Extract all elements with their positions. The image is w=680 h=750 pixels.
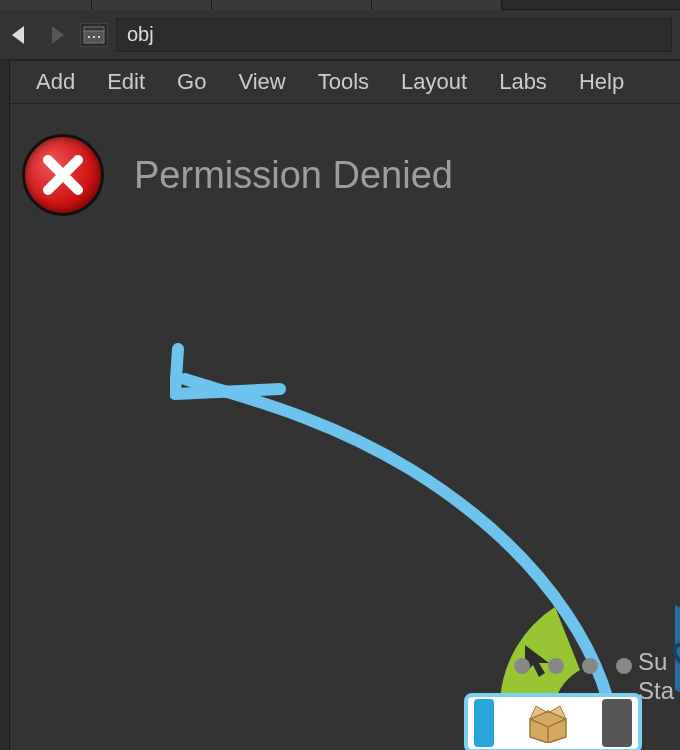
node-flag bbox=[474, 699, 494, 747]
tab[interactable] bbox=[92, 0, 212, 10]
menu-edit[interactable]: Edit bbox=[93, 63, 159, 101]
package-icon bbox=[526, 703, 570, 743]
tab-bar bbox=[0, 0, 680, 10]
menu-add[interactable]: Add bbox=[22, 63, 89, 101]
nav-bar: obj bbox=[0, 10, 680, 60]
svg-point-2 bbox=[88, 36, 90, 38]
menu-go[interactable]: Go bbox=[163, 63, 220, 101]
menu-view[interactable]: View bbox=[224, 63, 299, 101]
forward-button[interactable] bbox=[44, 21, 72, 49]
svg-point-3 bbox=[93, 36, 95, 38]
menu-labs[interactable]: Labs bbox=[485, 63, 561, 101]
pager-dot[interactable] bbox=[582, 658, 598, 674]
left-strip bbox=[0, 60, 10, 750]
network-viewport[interactable]: Permission Denied bbox=[10, 104, 680, 750]
error-row: Permission Denied bbox=[22, 134, 453, 216]
radial-side-label: Su Sta bbox=[638, 648, 680, 706]
tab[interactable] bbox=[372, 0, 502, 10]
pager-dots bbox=[514, 658, 632, 674]
tab[interactable] bbox=[0, 0, 92, 10]
pager-dot[interactable] bbox=[514, 658, 530, 674]
menu-layout[interactable]: Layout bbox=[387, 63, 481, 101]
back-button[interactable] bbox=[8, 21, 36, 49]
error-x-icon bbox=[22, 134, 104, 216]
tab[interactable] bbox=[212, 0, 372, 10]
menu-help[interactable]: Help bbox=[565, 63, 638, 101]
menu-bar: Add Edit Go View Tools Layout Labs Help bbox=[10, 60, 680, 104]
path-context-icon[interactable] bbox=[80, 23, 108, 47]
path-input[interactable]: obj bbox=[116, 18, 672, 52]
error-message: Permission Denied bbox=[134, 154, 453, 197]
svg-point-4 bbox=[98, 36, 100, 38]
menu-tools[interactable]: Tools bbox=[304, 63, 383, 101]
svg-rect-1 bbox=[84, 27, 104, 31]
pager-dot[interactable] bbox=[548, 658, 564, 674]
node-flag-right bbox=[602, 699, 632, 747]
pager-dot[interactable] bbox=[616, 658, 632, 674]
radial-center-node[interactable] bbox=[464, 693, 642, 750]
